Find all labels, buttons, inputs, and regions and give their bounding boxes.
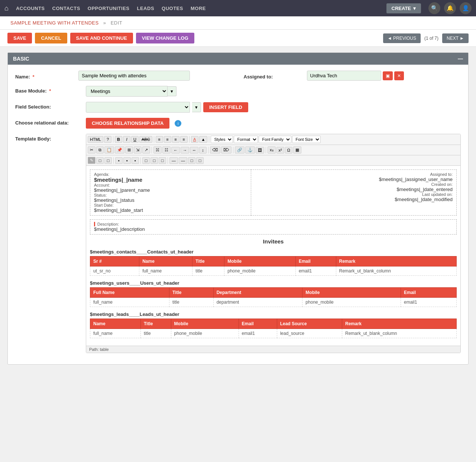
assigned-to-group: Assigned to: ▣ ✕ xyxy=(244,71,461,81)
indent-button[interactable]: ← xyxy=(171,147,180,154)
assigned-to-input[interactable] xyxy=(307,71,381,81)
base-module-arrow[interactable]: ▾ xyxy=(168,86,177,96)
nav-opportunities[interactable]: OPPORTUNITIES xyxy=(88,6,130,11)
anchor-button[interactable]: ⚓ xyxy=(245,146,255,154)
notifications-icon[interactable]: 🔔 xyxy=(444,2,456,14)
table-button[interactable]: ▦ xyxy=(293,146,301,154)
preview-button[interactable]: □ xyxy=(96,157,104,164)
redo-button[interactable]: ⌦ xyxy=(221,146,231,154)
align-center-button[interactable]: ≡ xyxy=(164,136,171,143)
description-block: Description: $meetings|_|description xyxy=(90,219,457,235)
styles-select[interactable]: Styles xyxy=(211,136,233,143)
font-color-button[interactable]: A xyxy=(191,136,198,143)
toolbar-sep-3 xyxy=(189,136,190,143)
font-family-select[interactable]: Font Family xyxy=(259,136,291,143)
view-change-log-button[interactable]: VIEW CHANGE LOG xyxy=(136,33,194,43)
home-icon[interactable]: ⌂ xyxy=(4,4,9,12)
subscript-button[interactable]: x₂ xyxy=(268,146,276,154)
template-button[interactable]: □ xyxy=(104,157,112,164)
tb4[interactable]: □ xyxy=(142,157,150,164)
cancel-button[interactable]: CANCEL xyxy=(35,33,67,43)
link-button[interactable]: 🔗 xyxy=(235,146,245,154)
template-body-label: Template Body: xyxy=(15,134,75,142)
assigned-clear-button[interactable]: ✕ xyxy=(394,71,404,80)
page-count: (1 of 7) xyxy=(422,36,441,41)
collapse-button[interactable]: — xyxy=(458,56,463,62)
hr-button[interactable]: — xyxy=(169,157,178,164)
tb2[interactable]: ▪ xyxy=(123,157,131,164)
table-row: ut_sr_no full_name title phone_mobile em… xyxy=(90,266,457,276)
tb5[interactable]: □ xyxy=(150,157,158,164)
field-select-arrow[interactable]: ▾ xyxy=(192,102,201,112)
highlight-button[interactable]: ▲ xyxy=(199,136,208,143)
justify-button[interactable]: ≡ xyxy=(180,136,188,143)
name-input[interactable] xyxy=(78,71,190,81)
cut-button[interactable]: ✂ xyxy=(88,146,95,154)
font-size-select[interactable]: Font Size xyxy=(292,136,321,143)
tb9[interactable]: □ xyxy=(196,157,204,164)
ol-button[interactable]: ☵ xyxy=(153,146,162,154)
paste-button[interactable]: 📋 xyxy=(104,146,114,154)
italic-button[interactable]: I xyxy=(123,136,130,143)
paste-word-button[interactable]: ⊞ xyxy=(125,146,133,154)
nav-quotes[interactable]: QUOTES xyxy=(162,6,183,11)
tb1[interactable]: ▪ xyxy=(115,157,123,164)
tb7[interactable]: — xyxy=(179,157,187,164)
next-button[interactable]: NEXT ► xyxy=(442,33,469,43)
align-left-button[interactable]: ≡ xyxy=(156,136,163,143)
strikethrough-button[interactable]: ABC xyxy=(139,136,152,143)
base-module-row: Base Module: * Meetings ▾ xyxy=(15,86,461,97)
toolbar-sep-8 xyxy=(266,147,266,154)
pagination: ◄ PREVIOUS (1 of 7) NEXT ► xyxy=(383,33,469,43)
ul-button[interactable]: ☷ xyxy=(162,146,171,154)
save-button[interactable]: SAVE xyxy=(7,33,32,43)
previous-button[interactable]: ◄ PREVIOUS xyxy=(383,33,421,43)
info-icon[interactable]: i xyxy=(175,120,181,127)
tb6[interactable]: □ xyxy=(159,157,166,164)
div-button[interactable]: ↕ xyxy=(199,147,207,154)
special-char-button[interactable]: Ω xyxy=(285,147,292,154)
superscript-button[interactable]: x² xyxy=(276,147,284,154)
leads-table: Name Title Mobile Email Lead Source Rema… xyxy=(90,319,457,338)
editor-scroll[interactable]: Agenda: $meetings|_|name Account: $meeti… xyxy=(86,166,460,346)
assigned-select-button[interactable]: ▣ xyxy=(383,71,393,80)
nav-accounts[interactable]: ACCOUNTS xyxy=(16,6,45,11)
html-button[interactable]: HTML xyxy=(88,136,103,143)
paste-text-button[interactable]: 📌 xyxy=(115,146,124,154)
toolbar-sep-10 xyxy=(140,157,141,164)
toolbar-sep-9 xyxy=(113,157,114,164)
replace-button[interactable]: ↗ xyxy=(142,146,150,154)
align-right-button[interactable]: ≡ xyxy=(172,136,179,143)
field-selection-select[interactable] xyxy=(86,102,190,113)
search-icon[interactable]: 🔍 xyxy=(428,2,440,14)
editor-wrap: HTML ? B I U ABC ≡ ≡ ≡ ≡ xyxy=(86,134,461,353)
create-button[interactable]: CREATE ▾ xyxy=(386,3,421,13)
editor-body[interactable]: Agenda: $meetings|_|name Account: $meeti… xyxy=(86,166,460,346)
format-select[interactable]: Format xyxy=(234,136,258,143)
copy-button[interactable]: ⧉ xyxy=(96,146,104,154)
find-button[interactable]: ⇲ xyxy=(134,146,142,154)
underline-button[interactable]: U xyxy=(131,136,139,143)
help-button[interactable]: ? xyxy=(104,136,111,143)
top-nav: ⌂ ACCOUNTS CONTACTS OPPORTUNITIES LEADS … xyxy=(0,0,476,16)
template-body-row: Template Body: HTML ? B I U ABC xyxy=(15,134,461,353)
base-module-select-wrap: Meetings ▾ xyxy=(86,86,177,97)
base-module-select[interactable]: Meetings xyxy=(86,86,168,97)
choose-relationship-button[interactable]: CHOOSE RELATIONSHIP DATA xyxy=(86,118,169,129)
insert-field-button[interactable]: INSERT FIELD xyxy=(203,102,248,112)
source-button[interactable]: ✎ xyxy=(88,157,95,164)
nav-leads[interactable]: LEADS xyxy=(137,6,155,11)
blockquote-button[interactable]: ↔ xyxy=(190,147,198,154)
name-assigned-row: Name: * Assigned to: ▣ ✕ xyxy=(15,71,461,81)
bold-button[interactable]: B xyxy=(115,136,122,143)
save-continue-button[interactable]: SAVE AND CONTINUE xyxy=(70,33,133,43)
tb8[interactable]: □ xyxy=(188,157,195,164)
field-selection-row: Field Selection: ▾ INSERT FIELD xyxy=(15,102,461,113)
image-button[interactable]: 🖼 xyxy=(256,147,264,154)
undo-button[interactable]: ⌫ xyxy=(210,146,220,154)
outdent-button[interactable]: → xyxy=(181,147,189,154)
tb3[interactable]: ▪ xyxy=(132,157,139,164)
nav-more[interactable]: MORE xyxy=(191,6,206,11)
user-profile-icon[interactable]: 👤 xyxy=(460,2,472,14)
nav-contacts[interactable]: CONTACTS xyxy=(52,6,80,11)
